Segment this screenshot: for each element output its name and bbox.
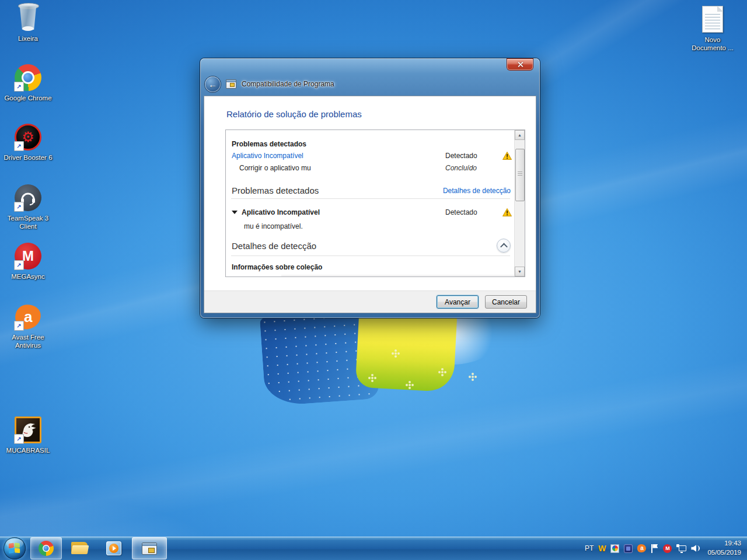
volume-icon[interactable] xyxy=(691,544,700,552)
report-row: Aplicativo Incompatível Detectado xyxy=(226,206,515,218)
chrome-icon xyxy=(39,541,54,556)
dialog-footer: Avançar Cancelar xyxy=(204,290,536,313)
desktop-icon-teamspeak[interactable]: ↗ TeamSpeak 3 Client xyxy=(3,183,53,231)
scroll-up-button[interactable]: ▲ xyxy=(515,130,525,140)
section-header: Detalhes de detecção xyxy=(226,239,515,253)
shortcut-arrow-icon: ↗ xyxy=(14,260,24,270)
back-arrow-icon: ← xyxy=(208,79,217,89)
report-group-header: Problemas detectados xyxy=(226,130,515,149)
scrollbar-thumb[interactable] xyxy=(515,149,525,201)
window-title: Compatibilidade de Programa xyxy=(242,80,334,88)
desktop-icon-mucabrasil[interactable]: ↗ MUCABRASIL xyxy=(3,415,53,455)
desktop-icon-driver-booster[interactable]: ⚙ ↗ Driver Booster 6 xyxy=(3,123,53,162)
icon-label: Google Chrome xyxy=(4,94,51,103)
report-panel: Problemas detectados Aplicativo Incompat… xyxy=(225,130,525,277)
divider xyxy=(231,256,510,256)
close-icon xyxy=(517,61,523,68)
divider xyxy=(231,198,510,199)
shortcut-arrow-icon: ↗ xyxy=(14,202,24,212)
taskbar-button-chrome[interactable] xyxy=(30,537,62,559)
compatibility-window-icon xyxy=(142,542,157,555)
section-title: Detalhes de detecção xyxy=(232,241,316,251)
warning-icon xyxy=(499,152,515,160)
status-text: Concluído xyxy=(445,164,499,172)
desktop: Lixeira ↗ Google Chrome ⚙ ↗ Driver Boost… xyxy=(0,0,747,560)
program-compatibility-window: ← Compatibilidade de Programa Relatório … xyxy=(200,58,540,318)
expanded-problem-row[interactable]: Aplicativo Incompatível xyxy=(232,208,445,216)
clock-date: 05/05/2019 xyxy=(707,549,741,556)
text-document-icon xyxy=(698,5,727,34)
status-text: Detectado xyxy=(445,208,499,216)
taskbar-button-explorer[interactable] xyxy=(64,537,96,559)
back-button[interactable]: ← xyxy=(205,76,221,92)
detection-details-link[interactable]: Detalhes de detecção xyxy=(443,187,511,195)
icon-label: Novo Documento ... xyxy=(687,36,738,52)
language-indicator[interactable]: PT xyxy=(585,544,594,552)
blue-app-tray-icon[interactable] xyxy=(624,544,633,553)
media-player-icon xyxy=(106,541,121,555)
mega-tray-icon[interactable]: M xyxy=(663,544,672,553)
icon-label: TeamSpeak 3 Client xyxy=(3,215,53,231)
desktop-icon-new-document[interactable]: Novo Documento ... xyxy=(687,5,738,52)
scrollbar[interactable]: ▲ ▼ xyxy=(514,130,525,276)
shortcut-arrow-icon: ↗ xyxy=(14,321,24,331)
avast-tray-icon[interactable]: a xyxy=(637,544,646,552)
clipped-detail-row: Nome do computador: CASA-PC xyxy=(226,275,515,276)
window-body: Relatório de solução de problemas Proble… xyxy=(204,96,536,313)
taskbar-clock[interactable]: 19:43 05/05/2019 xyxy=(705,539,741,557)
warning-icon xyxy=(499,208,515,216)
scroll-down-button[interactable]: ▼ xyxy=(515,267,525,276)
section-title: Problemas detectados xyxy=(232,186,319,195)
report-row: Aplicativo Incompatível Detectado xyxy=(226,149,515,162)
network-icon[interactable] xyxy=(676,544,686,553)
winamp-tray-icon[interactable]: W xyxy=(598,544,606,553)
desktop-icon-recycle-bin[interactable]: Lixeira xyxy=(3,4,53,43)
folder-icon xyxy=(71,542,89,555)
taskbar: PT W a M 19:43 05/05/2019 xyxy=(0,537,747,560)
desktop-icon-google-chrome[interactable]: ↗ Google Chrome xyxy=(3,63,53,103)
next-button[interactable]: Avançar xyxy=(437,295,479,309)
icon-label: MEGAsync xyxy=(11,273,45,281)
collapse-section-button[interactable] xyxy=(497,239,511,253)
icon-label: MUCABRASIL xyxy=(6,447,50,455)
section-header: Problemas detectados Detalhes de detecçã… xyxy=(226,186,515,195)
close-button[interactable] xyxy=(507,59,533,70)
icon-label: Driver Booster 6 xyxy=(4,154,52,162)
desktop-icon-megasync[interactable]: M ↗ MEGAsync xyxy=(3,242,53,281)
compatibility-window-icon xyxy=(226,79,236,89)
fix-step-text: Corrigir o aplicativo mu xyxy=(232,164,445,172)
collection-info-header: Informações sobre coleção xyxy=(226,262,515,272)
desktop-icon-avast[interactable]: a ↗ Avast Free Antivirus xyxy=(3,302,53,350)
taskbar-button-compatibility-wizard[interactable] xyxy=(132,537,167,559)
problem-detail-text: mu é incompatível. xyxy=(232,222,515,230)
system-tray: PT W a M 19:43 05/05/2019 xyxy=(585,537,747,560)
report-row: mu é incompatível. xyxy=(226,221,515,232)
shortcut-arrow-icon: ↗ xyxy=(14,82,24,92)
status-text: Detectado xyxy=(445,152,499,160)
clock-time: 19:43 xyxy=(724,540,741,547)
windows-flag-yellow-panel xyxy=(355,310,458,393)
wallpaper-sparkle xyxy=(472,376,474,378)
icon-label: Avast Free Antivirus xyxy=(3,334,53,350)
start-button[interactable] xyxy=(4,537,26,559)
windows-logo-icon xyxy=(9,543,20,554)
shortcut-arrow-icon: ↗ xyxy=(14,434,24,444)
chevron-up-icon xyxy=(500,243,508,250)
shortcut-arrow-icon: ↗ xyxy=(14,141,24,151)
report-row: Corrigir o aplicativo mu Concluído xyxy=(226,162,515,174)
action-center-flag-icon[interactable] xyxy=(651,544,658,553)
recycle-bin-icon xyxy=(13,4,43,33)
page-title: Relatório de solução de problemas xyxy=(226,109,536,119)
icon-label: Lixeira xyxy=(18,35,38,43)
cancel-button[interactable]: Cancelar xyxy=(485,295,527,309)
collapse-triangle-icon xyxy=(232,211,238,214)
updater-tray-icon[interactable] xyxy=(610,544,619,553)
problem-link[interactable]: Aplicativo Incompatível xyxy=(232,152,445,160)
taskbar-button-media-player[interactable] xyxy=(98,537,130,559)
